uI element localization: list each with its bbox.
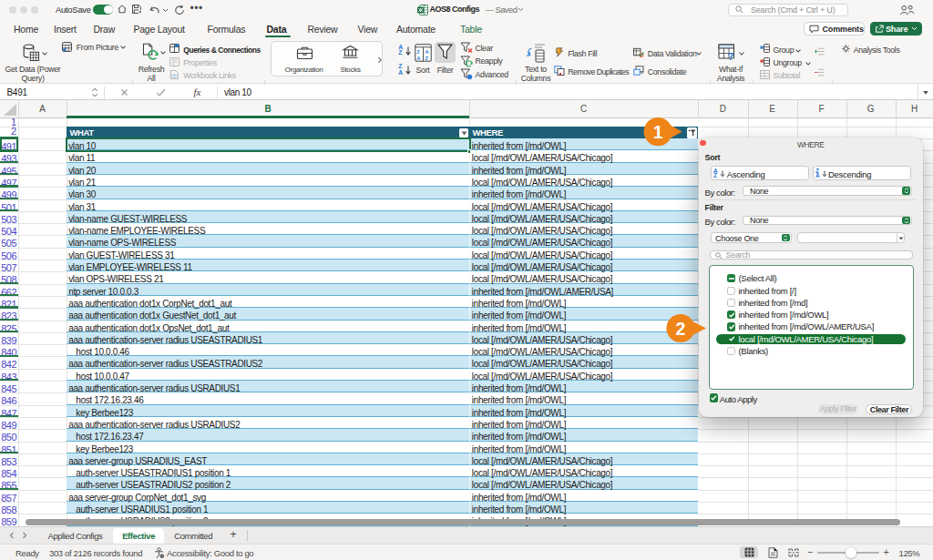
svg-text:1: 1 <box>653 121 663 141</box>
svg-text:Z: Z <box>416 49 420 55</box>
svg-text:2: 2 <box>676 319 686 339</box>
svg-text:?: ? <box>728 51 734 62</box>
svg-text:Z: Z <box>425 56 428 61</box>
